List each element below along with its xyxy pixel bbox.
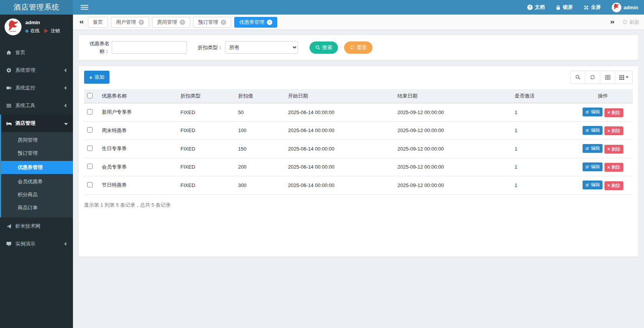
cell-discount-type: FIXED (177, 176, 235, 195)
pagination-summary: 显示第 1 到第 5 条记录，总共 5 条记录 (84, 202, 633, 209)
delete-button[interactable]: ×删除 (604, 145, 623, 154)
add-button[interactable]: + 添加 (84, 71, 109, 84)
table-refresh-button[interactable] (585, 71, 600, 84)
col-end-date: 结束日期 (394, 89, 512, 103)
table-search-button[interactable] (570, 71, 585, 84)
edit-icon (585, 128, 589, 133)
select-all-checkbox[interactable] (87, 93, 93, 98)
close-icon[interactable]: × (221, 20, 226, 25)
edit-icon (585, 110, 589, 114)
sidebar-item-points-goods[interactable]: 积分商品 (1, 188, 73, 201)
coupon-table: 优惠券名称 折扣类型 折扣值 开始日期 结束日期 是否激活 操作 新用户专享券 (84, 89, 633, 195)
tab-room-mgmt[interactable]: 房间管理 × (152, 17, 190, 28)
cell-discount-type: FIXED (177, 121, 235, 140)
sidebar-item-booking[interactable]: 预订管理 (1, 147, 73, 160)
sidebar-toggle-button[interactable] (81, 5, 88, 10)
delete-button[interactable]: ×删除 (604, 181, 623, 190)
edit-button[interactable]: 编辑 (583, 162, 603, 171)
sidebar-item-home[interactable]: 首页 (0, 44, 73, 61)
logout-link[interactable]: 注销 (51, 28, 60, 34)
delete-button[interactable]: ×删除 (604, 163, 623, 172)
tab-home[interactable]: 首页 (88, 17, 108, 28)
logout-icon (44, 28, 49, 33)
tab-coupon-mgmt[interactable]: 优惠券管理 × (234, 17, 277, 28)
sidebar-item-demo[interactable]: 实例演示 (0, 235, 73, 253)
desktop-icon (6, 241, 12, 247)
tab-booking-mgmt[interactable]: 预订管理 × (193, 17, 231, 28)
delete-button[interactable]: ×删除 (604, 108, 623, 117)
bed-icon (6, 121, 12, 126)
cell-end-date: 2025-09-12 00:00:00 (394, 103, 512, 122)
tab-bar: 首页 用户管理 × 房间管理 × 预订管理 × 优惠券管理 × (73, 15, 644, 30)
refresh-tab-button[interactable]: 刷新 (622, 19, 639, 26)
search-icon (315, 45, 320, 50)
close-icon[interactable]: × (139, 20, 144, 25)
sidebar-item-system-monitor[interactable]: 系统监控 (0, 79, 73, 97)
discount-type-label: 折扣类型： (198, 44, 223, 51)
row-checkbox[interactable] (87, 127, 93, 133)
gear-icon (6, 68, 12, 73)
paper-plane-icon (6, 224, 12, 229)
sidebar-item-system-mgmt[interactable]: 系统管理 (0, 61, 73, 79)
close-icon[interactable]: × (180, 20, 185, 25)
row-checkbox[interactable] (87, 182, 93, 187)
lock-screen-link[interactable]: 锁屏 (556, 4, 573, 11)
tabs-scroll-right-button[interactable] (609, 20, 616, 25)
sidebar-menu: 首页 系统管理 系统监控 系统工具 (0, 44, 73, 253)
chevron-left-icon (65, 242, 68, 245)
table-toggle-view-button[interactable] (600, 71, 615, 84)
delete-button[interactable]: ×删除 (604, 126, 623, 135)
x-icon: × (607, 129, 610, 133)
sidebar-item-goods-order[interactable]: 商品订单 (1, 201, 73, 214)
fullscreen-link[interactable]: 全屏 (584, 4, 601, 11)
video-camera-icon (6, 85, 12, 91)
tab-user-mgmt[interactable]: 用户管理 × (111, 17, 149, 28)
sidebar-item-member-coupon[interactable]: 会员优惠券 (1, 175, 73, 188)
sidebar-item-coupon[interactable]: 优惠券管理 (1, 161, 73, 174)
cell-active: 1 (512, 140, 573, 158)
list-view-icon (605, 75, 611, 80)
coupon-name-input[interactable] (112, 41, 187, 54)
sidebar-item-xiami[interactable]: 虾米技术网 (0, 217, 73, 235)
col-discount-value: 折扣值 (235, 89, 285, 103)
row-checkbox[interactable] (87, 164, 93, 169)
app-logo[interactable]: 酒店管理系统 (0, 0, 73, 15)
edit-button[interactable]: 编辑 (583, 126, 603, 135)
refresh-icon (350, 45, 355, 50)
edit-button[interactable]: 编辑 (583, 181, 603, 189)
user-menu[interactable]: admin (612, 3, 638, 12)
edit-button[interactable]: 编辑 (583, 108, 603, 116)
bars-icon (6, 103, 12, 108)
sidebar-item-system-tools[interactable]: 系统工具 (0, 97, 73, 114)
caret-down-icon (626, 76, 629, 78)
cell-discount-type: FIXED (177, 158, 235, 176)
table-row: 会员专享券 FIXED 200 2025-06-14 00:00:00 2025… (84, 158, 633, 176)
fullscreen-icon (584, 5, 589, 10)
cell-start-date: 2025-06-14 00:00:00 (285, 121, 394, 140)
refresh-icon (590, 75, 595, 80)
cell-end-date: 2025-09-12 00:00:00 (394, 140, 512, 158)
row-checkbox[interactable] (87, 146, 93, 151)
close-icon[interactable]: × (267, 20, 272, 25)
edit-button[interactable]: 编辑 (583, 144, 603, 153)
cell-active: 1 (512, 121, 573, 140)
coupon-table-panel: + 添加 (78, 66, 639, 257)
col-discount-type: 折扣类型 (177, 89, 235, 103)
sidebar-item-hotel-mgmt[interactable]: 酒店管理 (1, 114, 73, 132)
top-navbar: 酒店管理系统 ? 文档 锁屏 全屏 (0, 0, 644, 15)
tabs-scroll-left-button[interactable] (78, 20, 85, 25)
grid-columns-icon (619, 75, 624, 80)
edit-icon (585, 146, 589, 151)
reset-button[interactable]: 重置 (344, 41, 372, 54)
discount-type-select[interactable]: 所有 (225, 41, 298, 54)
chevron-left-icon (65, 104, 68, 107)
search-button[interactable]: 搜索 (310, 41, 338, 54)
docs-link[interactable]: ? 文档 (527, 4, 545, 11)
cell-active: 1 (512, 176, 573, 195)
user-panel: admin 在线 注销 (0, 15, 73, 41)
row-checkbox[interactable] (87, 109, 93, 114)
search-panel: 优惠券名称： 折扣类型： 所有 搜索 重置 (78, 35, 639, 60)
sidebar-item-rooms[interactable]: 房间管理 (1, 134, 73, 147)
table-columns-button[interactable] (615, 71, 633, 84)
hotel-submenu: 房间管理 预订管理 优惠券管理 会员优惠券 积分商品 商品订单 (1, 132, 73, 217)
